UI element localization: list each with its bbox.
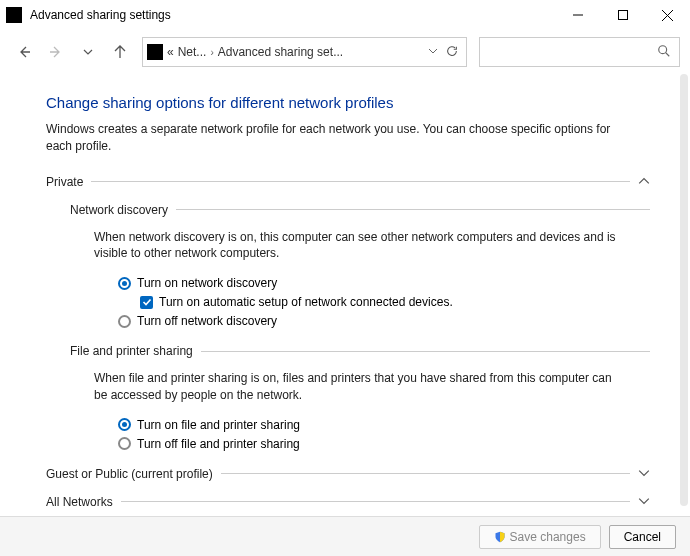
- radio-label: Turn off network discovery: [137, 314, 277, 328]
- chevron-down-icon: [638, 467, 650, 481]
- search-box[interactable]: [479, 37, 680, 67]
- section-label: Private: [46, 175, 83, 189]
- section-all-header[interactable]: All Networks: [46, 495, 650, 509]
- checkbox-icon: [140, 296, 153, 309]
- intro-text: Windows creates a separate network profi…: [46, 121, 650, 155]
- forward-button[interactable]: [42, 38, 70, 66]
- radio-icon: [118, 315, 131, 328]
- section-private-header[interactable]: Private: [46, 175, 650, 189]
- location-icon: [147, 44, 163, 60]
- close-button[interactable]: [645, 0, 690, 30]
- page-heading: Change sharing options for different net…: [46, 94, 650, 111]
- back-button[interactable]: [10, 38, 38, 66]
- radio-icon: [118, 277, 131, 290]
- check-auto-setup[interactable]: Turn on automatic setup of network conne…: [140, 295, 650, 309]
- svg-line-5: [666, 52, 670, 56]
- breadcrumb-item[interactable]: Net...: [178, 45, 207, 59]
- subsection-desc: When network discovery is on, this compu…: [94, 229, 650, 263]
- chevron-down-icon: [638, 495, 650, 509]
- up-button[interactable]: [106, 38, 134, 66]
- breadcrumb-item[interactable]: Advanced sharing set...: [218, 45, 343, 59]
- radio-label: Turn on network discovery: [137, 276, 277, 290]
- search-icon: [657, 44, 671, 61]
- radio-fp-on[interactable]: Turn on file and printer sharing: [118, 418, 650, 432]
- button-label: Save changes: [510, 530, 586, 544]
- section-label: All Networks: [46, 495, 113, 509]
- address-dropdown-icon[interactable]: [428, 45, 438, 59]
- nav-row: « Net... › Advanced sharing set...: [0, 34, 690, 70]
- checkbox-label: Turn on automatic setup of network conne…: [159, 295, 453, 309]
- radio-icon: [118, 418, 131, 431]
- svg-line-2: [662, 10, 673, 21]
- radio-label: Turn on file and printer sharing: [137, 418, 300, 432]
- svg-rect-1: [618, 11, 627, 20]
- chevron-up-icon: [638, 175, 650, 189]
- subsection-title: File and printer sharing: [70, 344, 193, 358]
- shield-icon: [494, 531, 506, 543]
- subsection-file-printer: File and printer sharing When file and p…: [70, 344, 650, 451]
- footer: Save changes Cancel: [0, 516, 690, 556]
- svg-point-4: [659, 45, 667, 53]
- radio-label: Turn off file and printer sharing: [137, 437, 300, 451]
- section-guest-header[interactable]: Guest or Public (current profile): [46, 467, 650, 481]
- recent-dropdown-button[interactable]: [74, 38, 102, 66]
- titlebar: Advanced sharing settings: [0, 0, 690, 30]
- save-changes-button[interactable]: Save changes: [479, 525, 601, 549]
- scrollbar[interactable]: [680, 74, 688, 506]
- subsection-title: Network discovery: [70, 203, 168, 217]
- app-icon: [6, 7, 22, 23]
- subsection-network-discovery: Network discovery When network discovery…: [70, 203, 650, 329]
- section-label: Guest or Public (current profile): [46, 467, 213, 481]
- maximize-button[interactable]: [600, 0, 645, 30]
- radio-icon: [118, 437, 131, 450]
- content-pane: Change sharing options for different net…: [0, 70, 690, 516]
- window-title: Advanced sharing settings: [30, 8, 555, 22]
- radio-fp-off[interactable]: Turn off file and printer sharing: [118, 437, 650, 451]
- button-label: Cancel: [624, 530, 661, 544]
- radio-nd-off[interactable]: Turn off network discovery: [118, 314, 650, 328]
- svg-line-3: [662, 10, 673, 21]
- minimize-button[interactable]: [555, 0, 600, 30]
- subsection-desc: When file and printer sharing is on, fil…: [94, 370, 650, 404]
- breadcrumb-prev[interactable]: «: [167, 45, 174, 59]
- radio-nd-on[interactable]: Turn on network discovery: [118, 276, 650, 290]
- cancel-button[interactable]: Cancel: [609, 525, 676, 549]
- address-bar[interactable]: « Net... › Advanced sharing set...: [142, 37, 467, 67]
- refresh-button[interactable]: [442, 44, 462, 61]
- chevron-right-icon[interactable]: ›: [210, 47, 213, 58]
